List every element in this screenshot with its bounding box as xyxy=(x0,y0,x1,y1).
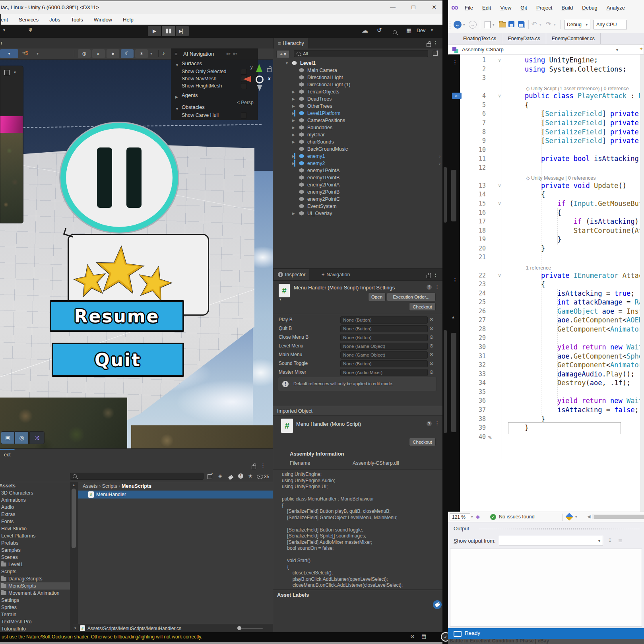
hierarchy-item-level1[interactable]: ▼Level1 xyxy=(273,60,443,67)
save-icon[interactable] xyxy=(508,21,514,29)
hierarchy-item-directional-light[interactable]: Directional Light xyxy=(273,74,443,81)
solution-platform-select[interactable]: Any CPU xyxy=(594,20,627,29)
header-menu-icon[interactable]: ⋮ xyxy=(435,420,440,426)
object-picker-icon[interactable]: ⊙ xyxy=(429,325,434,331)
mute-audio-icon[interactable]: ♪ xyxy=(162,50,165,56)
panel-menu-icon[interactable]: ⋮ xyxy=(260,462,266,468)
script-thumb-dropdown-icon[interactable]: ▾ xyxy=(279,297,281,301)
code-line-2[interactable]: 2using System.Collections; xyxy=(448,65,644,74)
output-source-select[interactable]: ▾ xyxy=(499,536,603,545)
save-all-icon[interactable] xyxy=(518,21,524,29)
unlock-icon[interactable] xyxy=(267,66,272,74)
code-line-11[interactable]: 11 private bool isAttacking xyxy=(448,154,644,163)
shading-wireframe-icon[interactable]: ⊕ xyxy=(78,49,91,58)
redo-dropdown-icon[interactable]: ▾ xyxy=(554,23,556,27)
code-line-27[interactable]: 27 aoe.GetComponent<AOED xyxy=(448,316,644,325)
folder-item-sprites[interactable]: Sprites xyxy=(0,604,70,611)
code-line-31[interactable]: 31 aoe.GetComponent<Sphe xyxy=(448,352,644,361)
grid-dropdown-icon[interactable]: ▾ xyxy=(37,51,39,56)
favorites-icon[interactable]: ★ xyxy=(248,473,253,479)
help-icon[interactable]: ? xyxy=(427,421,432,426)
code-line-21[interactable]: 21 xyxy=(448,253,644,262)
unity-menu-services[interactable]: Services xyxy=(19,16,39,23)
status-warning[interactable]: ust use the Nature/Soft Occlusion shader… xyxy=(2,634,202,640)
code-line-29[interactable]: 29 xyxy=(448,334,644,343)
vs-tab-floatingtext-cs[interactable]: FloatingText.cs xyxy=(458,33,502,44)
code-line-14[interactable]: 14 { xyxy=(448,190,644,199)
asset-labels-tag-button[interactable] xyxy=(433,600,442,609)
open-external-icon[interactable] xyxy=(208,474,212,480)
layout-dev-label[interactable]: Dev xyxy=(417,28,425,33)
dropdown-icon[interactable]: ▾ xyxy=(3,28,5,32)
step-button[interactable]: ▶▏ xyxy=(176,26,189,36)
vs-tab-enemycontroller-cs[interactable]: EnemyController.cs xyxy=(546,33,601,44)
hierarchy-item-level1platform[interactable]: ▶Level1Platform xyxy=(273,110,443,117)
unity-menu-help[interactable]: Help xyxy=(123,16,134,23)
fold-chevron-icon[interactable]: ∨ xyxy=(498,181,501,190)
log-filter-icon[interactable]: ! xyxy=(238,473,243,479)
hierarchy-item-mychar[interactable]: ▶myChar xyxy=(273,131,443,138)
code-line-32[interactable]: 32 GetComponent<Animator xyxy=(448,361,644,370)
code-line-26[interactable]: 26 GameObject aoe = Inst xyxy=(448,307,644,316)
folder-item-prefabs[interactable]: Prefabs xyxy=(0,539,70,547)
game-pause-button[interactable] xyxy=(60,123,178,233)
hierarchy-item-enemy2pointb[interactable]: enemy2PointB xyxy=(273,188,443,196)
inspector-tab[interactable]: i Inspector xyxy=(274,269,309,280)
folder-item-samples[interactable]: Samples xyxy=(0,547,70,554)
tool-dropdown[interactable]: ▾ xyxy=(0,49,18,58)
folder-item-scenes[interactable]: Scenes xyxy=(0,554,70,561)
zoom-select[interactable]: 121 % xyxy=(450,513,470,520)
folder-item-fonts[interactable]: Fonts xyxy=(0,518,70,525)
preview-dropdown-icon[interactable]: ▾ xyxy=(14,70,16,74)
project-search-input[interactable] xyxy=(70,473,204,480)
output-content[interactable] xyxy=(450,549,642,627)
solution-config-select[interactable]: Debug▾ xyxy=(564,20,590,29)
redo-icon[interactable]: ↷ xyxy=(546,20,551,28)
cleanup-dropdown-icon[interactable]: ▾ xyxy=(575,515,577,519)
unity-menu-window[interactable]: Window xyxy=(94,16,112,23)
breadcrumb-item[interactable]: MenuScripts xyxy=(122,483,151,489)
vs-navigation-bar[interactable]: Assembly-CSharp ▾ ✦ xyxy=(449,44,644,54)
undo-dropdown-icon[interactable]: ▾ xyxy=(539,23,541,27)
hierarchy-tab[interactable]: ≡ Hierarchy xyxy=(274,38,308,48)
scene-shuffle-button[interactable]: ⤨ xyxy=(29,431,45,444)
codelens-row[interactable]: ◇ Unity Message | 0 references xyxy=(448,172,644,181)
word-wrap-icon[interactable]: ≣ xyxy=(618,537,623,543)
folder-item-level1[interactable]: Level1 xyxy=(0,561,70,568)
code-area[interactable]: 1∨using UnityEngine;2using System.Collec… xyxy=(448,56,644,441)
codelens-row[interactable]: ◇ Unity Script (1 asset reference) | 0 r… xyxy=(448,83,644,92)
object-picker-icon[interactable]: ⊙ xyxy=(429,369,434,375)
unlock-icon[interactable] xyxy=(427,274,431,279)
code-line-1[interactable]: 1∨using UnityEngine; xyxy=(448,56,644,65)
folder-item-terrain[interactable]: Terrain xyxy=(0,611,70,618)
code-line-28[interactable]: 28 GetComponent<Animator xyxy=(448,325,644,334)
platform-thumbnail[interactable] xyxy=(0,116,23,133)
object-picker-icon[interactable]: ⊙ xyxy=(429,334,434,340)
close-button[interactable]: ✕ xyxy=(428,4,440,10)
project-tab[interactable]: ect xyxy=(0,449,15,460)
thumbnail-size-slider[interactable] xyxy=(239,628,263,629)
scene-camera-button[interactable]: ▣ xyxy=(1,431,15,444)
vs-menu-file[interactable]: File xyxy=(465,5,473,11)
editor-vertical-scrollbar[interactable] xyxy=(640,54,644,512)
gizmo-x-cone[interactable] xyxy=(243,76,251,82)
imported-object-header[interactable]: Imported Object xyxy=(273,406,443,416)
code-line-35[interactable]: 35 xyxy=(448,388,644,397)
quit-button[interactable]: Quit xyxy=(52,343,184,377)
fold-chevron-icon[interactable]: ∨ xyxy=(498,271,501,280)
grid-snap-icon[interactable]: ⌗5 xyxy=(22,50,28,56)
folder-item-menuscripts[interactable]: MenuScripts xyxy=(0,582,70,590)
hierarchy-item-othertrees[interactable]: ▶OtherTrees xyxy=(273,103,443,110)
project-dropdown-icon[interactable]: ▾ xyxy=(616,48,618,52)
unlock-icon[interactable] xyxy=(427,43,431,48)
hierarchy-item-enemy2pointc[interactable]: enemy2PointC xyxy=(273,196,443,203)
layers-icon[interactable]: ▦ xyxy=(406,27,411,33)
vs-menu-view[interactable]: View xyxy=(500,5,511,11)
feedback-bubble-icon[interactable] xyxy=(454,631,462,638)
codelens-row[interactable]: 1 reference xyxy=(448,262,644,271)
cloud-icon[interactable]: ☁ xyxy=(362,27,368,34)
object-picker-icon[interactable]: ⊙ xyxy=(429,316,434,322)
navigate-forward-button[interactable]: → xyxy=(469,21,477,29)
undo-icon[interactable]: ↶ xyxy=(531,20,537,28)
folder-item-tutorialinfo[interactable]: TutorialInfo xyxy=(0,625,70,632)
